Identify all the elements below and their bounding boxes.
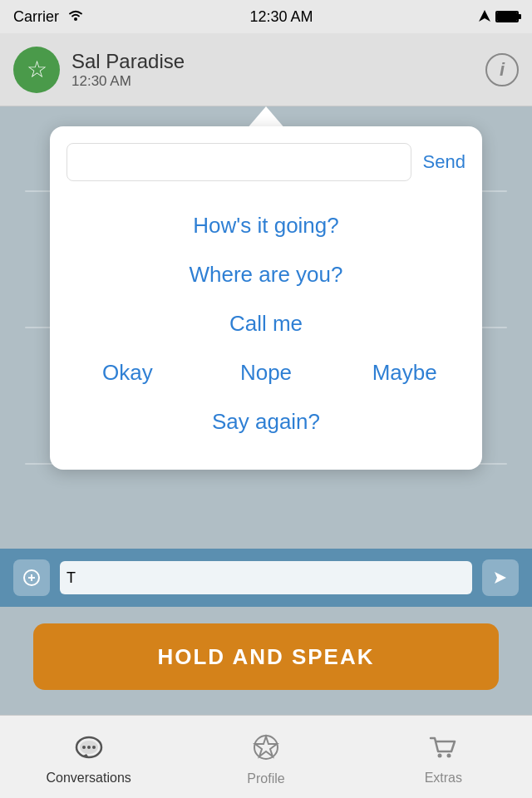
quick-reply-say-again[interactable]: Say again?: [58, 397, 474, 446]
quick-reply-short-row: Okay Nope Maybe: [58, 348, 474, 397]
tab-profile[interactable]: Profile: [177, 727, 354, 786]
tab-profile-label: Profile: [247, 771, 284, 786]
tab-conversations-label: Conversations: [47, 771, 131, 786]
status-bar: Carrier 12:30 AM: [0, 0, 532, 33]
hold-speak-button[interactable]: HOLD AND SPEAK: [33, 623, 499, 690]
quick-replies: How's it going? Where are you? Call me O…: [58, 201, 474, 446]
popup-input-row: Send: [58, 143, 474, 181]
svg-point-10: [92, 746, 96, 749]
battery-icon: [495, 11, 519, 22]
hold-button-container[interactable]: HOLD AND SPEAK: [0, 607, 532, 715]
bg-left-icon: [13, 559, 50, 596]
hold-speak-label: HOLD AND SPEAK: [157, 644, 374, 670]
nav-time: 12:30 AM: [71, 73, 485, 90]
quick-reply-maybe[interactable]: Maybe: [335, 348, 474, 397]
carrier-label: Carrier: [13, 8, 59, 26]
svg-point-14: [447, 754, 451, 758]
quick-reply-call-me[interactable]: Call me: [58, 299, 474, 348]
background-send-bar: T: [0, 549, 532, 607]
svg-point-9: [87, 746, 91, 749]
status-left: Carrier: [13, 8, 84, 26]
svg-point-8: [82, 746, 86, 749]
bg-text-field: T: [60, 561, 472, 594]
status-right: [479, 8, 519, 26]
quick-reply-where-are-you[interactable]: Where are you?: [58, 250, 474, 299]
nav-title-group: Sal Paradise 12:30 AM: [71, 50, 485, 90]
bg-right-icon: [482, 559, 519, 596]
svg-point-13: [438, 754, 442, 758]
svg-marker-1: [479, 10, 490, 22]
tab-bar: Conversations Profile Extras: [0, 715, 532, 798]
contact-avatar: ☆: [13, 47, 60, 93]
svg-point-11: [254, 736, 278, 759]
info-button[interactable]: i: [485, 53, 519, 86]
avatar-star-icon: ☆: [27, 56, 47, 83]
bg-input-text: T: [60, 569, 76, 586]
conversations-icon: [75, 735, 103, 766]
svg-point-0: [74, 17, 77, 21]
tab-conversations[interactable]: Conversations: [0, 728, 177, 786]
info-icon: i: [500, 59, 505, 81]
nav-bar: ☆ Sal Paradise 12:30 AM i: [0, 33, 532, 106]
contact-name: Sal Paradise: [71, 50, 485, 73]
quick-reply-popup: Send How's it going? Where are you? Call…: [50, 126, 482, 470]
message-input[interactable]: [66, 143, 411, 181]
svg-marker-5: [495, 572, 506, 584]
extras-icon: [429, 735, 457, 766]
quick-reply-okay[interactable]: Okay: [58, 348, 197, 397]
location-arrow-icon: [479, 8, 490, 26]
profile-icon: [253, 734, 279, 766]
quick-reply-hows-it-going[interactable]: How's it going?: [58, 201, 474, 250]
tab-extras[interactable]: Extras: [355, 728, 532, 786]
wifi-icon: [67, 8, 84, 26]
send-button[interactable]: Send: [423, 151, 466, 173]
tab-extras-label: Extras: [425, 771, 462, 786]
status-time: 12:30 AM: [249, 8, 313, 26]
quick-reply-nope[interactable]: Nope: [197, 348, 336, 397]
